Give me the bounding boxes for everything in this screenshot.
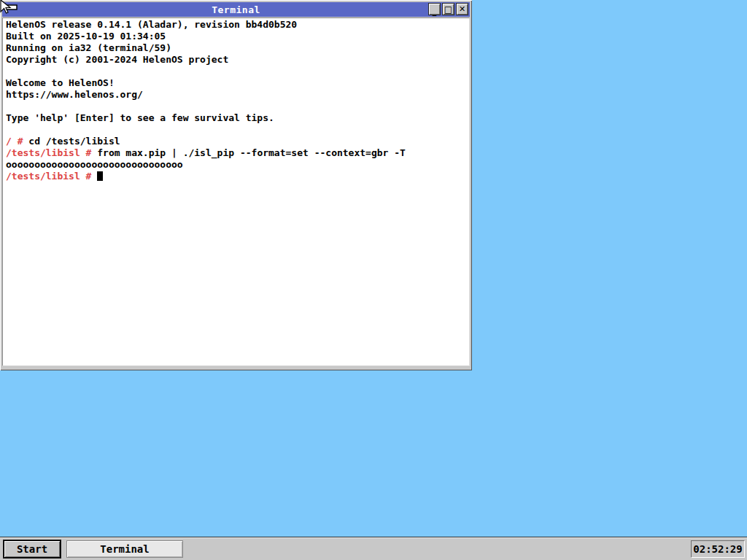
terminal-line: Type 'help' [Enter] to see a few surviva… <box>6 112 469 124</box>
terminal-line <box>6 66 469 77</box>
terminal-line: Copyright (c) 2001-2024 HelenOS project <box>6 54 469 66</box>
text-cursor <box>97 171 103 181</box>
terminal-line: /tests/libisl # from max.pip | ./isl_pip… <box>6 147 469 159</box>
window-titlebar[interactable]: Terminal _ □ ✕ <box>2 2 470 17</box>
minimize-icon: _ <box>433 7 437 15</box>
terminal-line <box>6 124 469 136</box>
terminal-line: / # cd /tests/libisl <box>6 136 469 147</box>
terminal-line <box>6 101 469 112</box>
taskbar-clock: 02:52:29 <box>691 540 745 558</box>
terminal-line: Built on 2025-10-19 01:34:05 <box>6 31 469 42</box>
terminal-line: HelenOS release 0.14.1 (Aladar), revisio… <box>6 19 469 31</box>
terminal-line: Welcome to HelenOS! <box>6 77 469 89</box>
close-button[interactable]: ✕ <box>456 3 468 15</box>
terminal-line: ooooooooooooooooooooooooooooooo <box>6 159 469 171</box>
start-button[interactable]: Start <box>4 540 61 558</box>
terminal-line: /tests/libisl # <box>6 171 469 182</box>
close-icon: ✕ <box>459 5 465 13</box>
maximize-button[interactable]: □ <box>442 3 454 15</box>
taskbar: Start Terminal 02:52:29 <box>0 537 747 560</box>
terminal-window: Terminal _ □ ✕ HelenOS release 0.14.1 (A… <box>0 0 472 370</box>
terminal-line: Running on ia32 (terminal/59) <box>6 42 469 54</box>
maximize-icon: □ <box>444 5 452 14</box>
taskbar-item-terminal[interactable]: Terminal <box>66 540 183 558</box>
minimize-button[interactable]: _ <box>428 3 441 15</box>
terminal-screen[interactable]: HelenOS release 0.14.1 (Aladar), revisio… <box>2 18 470 366</box>
window-title: Terminal <box>2 4 470 15</box>
terminal-line: https://www.helenos.org/ <box>6 89 469 101</box>
window-controls: _ □ ✕ <box>428 3 468 15</box>
